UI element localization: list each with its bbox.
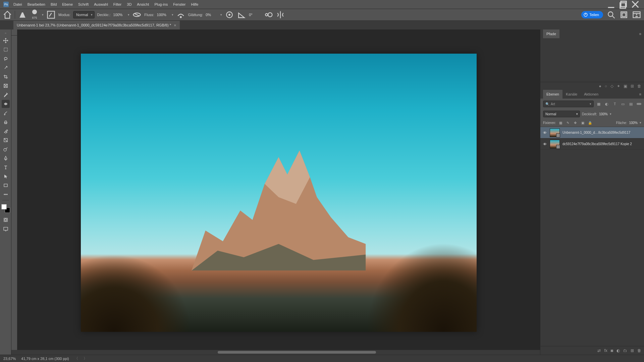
opacity-value[interactable]: 100% <box>113 13 125 17</box>
fill-path-icon[interactable]: ● <box>599 84 601 88</box>
healing-brush-tool[interactable] <box>2 100 10 108</box>
crop-tool[interactable] <box>2 73 10 81</box>
color-swatches[interactable] <box>1 204 10 213</box>
filter-pixel-icon[interactable]: ▦ <box>596 101 602 107</box>
close-tab-icon[interactable]: × <box>174 23 176 28</box>
doc-info-prev-icon[interactable]: 〈 <box>74 356 78 361</box>
delete-path-icon[interactable]: 🗑 <box>637 84 641 88</box>
rectangle-tool[interactable] <box>2 181 10 189</box>
move-tool[interactable] <box>2 37 10 45</box>
layer-row[interactable]: 👁 dc59124e7f79a08c3bca509fec5d9117 Kopie… <box>540 138 644 150</box>
path-mask-icon[interactable]: ▣ <box>624 84 627 88</box>
document-tab[interactable]: Unbenannt-1 bei 23,7% (Unbenannt-1_0000_… <box>13 21 180 29</box>
more-tools-icon[interactable] <box>2 190 10 198</box>
zoom-level[interactable]: 23,67% <box>3 357 16 361</box>
brush-preset-picker[interactable] <box>30 10 39 16</box>
blend-mode-select[interactable]: Normal <box>73 11 94 18</box>
layer-visibility-icon[interactable]: 👁 <box>542 142 547 146</box>
layer-fx-icon[interactable]: fx <box>604 348 607 353</box>
tab-layers[interactable]: Ebenen <box>543 90 562 99</box>
filter-toggle[interactable] <box>637 103 641 105</box>
layer-opacity-value[interactable]: 100% <box>599 112 608 116</box>
layer-visibility-icon[interactable]: 👁 <box>542 131 547 135</box>
delete-layer-icon[interactable]: 🗑 <box>637 348 641 353</box>
layer-filter-select[interactable]: 🔍 Art ▾ <box>543 101 594 107</box>
window-minimize-icon[interactable] <box>606 1 616 8</box>
symmetry-icon[interactable] <box>276 10 285 19</box>
path-selection-icon[interactable]: ◇ <box>610 84 613 88</box>
lock-all-icon[interactable]: 🔒 <box>587 120 593 125</box>
home-icon[interactable] <box>3 10 12 19</box>
menu-type[interactable]: Schrift <box>75 0 91 9</box>
menu-select[interactable]: Auswahl <box>91 0 111 9</box>
path-selection-tool[interactable] <box>2 172 10 180</box>
layer-group-icon[interactable]: 🗀 <box>623 348 627 353</box>
search-icon[interactable] <box>606 10 616 19</box>
window-close-icon[interactable] <box>631 1 640 8</box>
opacity-pressure-icon[interactable] <box>132 10 142 19</box>
doc-info[interactable]: 41,79 cm x 28,1 cm (300 ppi) <box>21 357 69 361</box>
angle-value[interactable]: 0° <box>249 13 261 17</box>
layer-blend-mode-select[interactable]: Normal <box>543 111 580 117</box>
new-layer-icon[interactable]: ⊞ <box>631 348 634 353</box>
menu-view[interactable]: Ansicht <box>134 0 152 9</box>
vertical-ruler[interactable] <box>11 36 17 350</box>
panel-menu-icon[interactable]: ≡ <box>637 32 644 36</box>
menu-filter[interactable]: Filter <box>111 0 124 9</box>
brush-tool[interactable] <box>2 109 10 117</box>
menu-3d[interactable]: 3D <box>124 0 134 9</box>
flow-value[interactable]: 100% <box>157 13 169 17</box>
eyedropper-tool[interactable] <box>2 91 10 99</box>
quick-mask-icon[interactable] <box>2 216 10 224</box>
magic-wand-tool[interactable] <box>2 64 10 72</box>
workspace-switcher-icon[interactable] <box>632 10 641 19</box>
pen-tool[interactable] <box>2 154 10 162</box>
layer-mask-icon[interactable]: ◙ <box>611 348 613 353</box>
menu-help[interactable]: Hilfe <box>188 0 201 9</box>
tab-actions[interactable]: Aktionen <box>581 90 602 99</box>
layer-row[interactable]: 👁 Unbenannt-1_0000_d…8c3bca509fec5d9117 <box>540 127 644 138</box>
horizontal-scrollbar[interactable] <box>11 350 540 355</box>
brush-panel-toggle-icon[interactable] <box>46 10 56 19</box>
layer-thumbnail[interactable] <box>550 128 560 137</box>
marquee-tool[interactable] <box>2 46 10 54</box>
dodge-tool[interactable] <box>2 145 10 153</box>
menu-edit[interactable]: Bearbeiten <box>25 0 48 9</box>
frame-tool[interactable] <box>2 82 10 90</box>
layer-thumbnail[interactable] <box>550 140 560 148</box>
menu-window[interactable]: Fenster <box>170 0 188 9</box>
link-layers-icon[interactable]: ⇄ <box>597 348 601 353</box>
path-vector-icon[interactable]: ✦ <box>617 84 620 88</box>
gradient-tool[interactable] <box>2 136 10 144</box>
eraser-tool[interactable] <box>2 127 10 135</box>
menu-image[interactable]: Bild <box>48 0 59 9</box>
filter-type-icon[interactable]: T <box>612 101 618 107</box>
smoothing-options-icon[interactable] <box>225 10 234 19</box>
layer-name[interactable]: dc59124e7f79a08c3bca509fec5d9117 Kopie 2 <box>562 142 632 146</box>
lock-position-icon[interactable]: ✥ <box>573 120 578 125</box>
frame-icon[interactable] <box>619 10 629 19</box>
tool-preset-icon[interactable] <box>18 10 27 19</box>
layer-fill-value[interactable]: 100% <box>629 121 638 125</box>
window-restore-icon[interactable] <box>619 1 628 8</box>
canvas-area[interactable] <box>17 36 540 350</box>
new-path-icon[interactable]: ⊞ <box>631 84 634 88</box>
share-button[interactable]: Teilen <box>581 11 603 18</box>
lasso-tool[interactable] <box>2 55 10 63</box>
type-tool[interactable] <box>2 163 10 171</box>
smoothing-value[interactable]: 0% <box>206 13 218 17</box>
menu-layer[interactable]: Ebene <box>59 0 75 9</box>
foreground-color-swatch[interactable] <box>1 204 7 209</box>
stroke-path-icon[interactable]: ○ <box>605 84 607 88</box>
filter-shape-icon[interactable]: ▭ <box>620 101 626 107</box>
adjustment-layer-icon[interactable]: ◐ <box>616 348 620 353</box>
layer-name[interactable]: Unbenannt-1_0000_d…8c3bca509fec5d9117 <box>562 131 630 134</box>
filter-smart-icon[interactable]: ▤ <box>628 101 634 107</box>
menu-file[interactable]: Datei <box>11 0 25 9</box>
filter-adjust-icon[interactable]: ◐ <box>604 101 610 107</box>
lock-transparency-icon[interactable]: ▦ <box>558 120 563 125</box>
clone-stamp-tool[interactable] <box>2 118 10 126</box>
menu-plugins[interactable]: Plug-ins <box>152 0 170 9</box>
tab-channels[interactable]: Kanäle <box>562 90 581 99</box>
lock-pixels-icon[interactable]: ✎ <box>565 120 571 125</box>
